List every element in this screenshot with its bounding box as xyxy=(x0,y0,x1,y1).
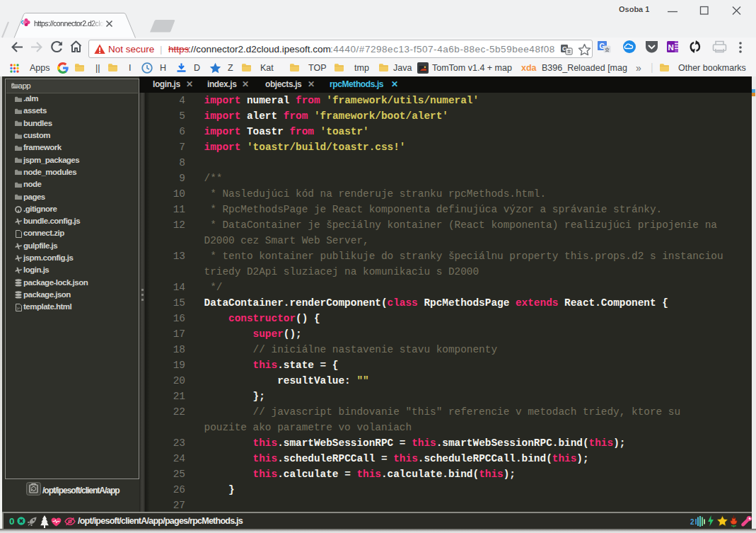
svg-text:N: N xyxy=(668,43,674,52)
